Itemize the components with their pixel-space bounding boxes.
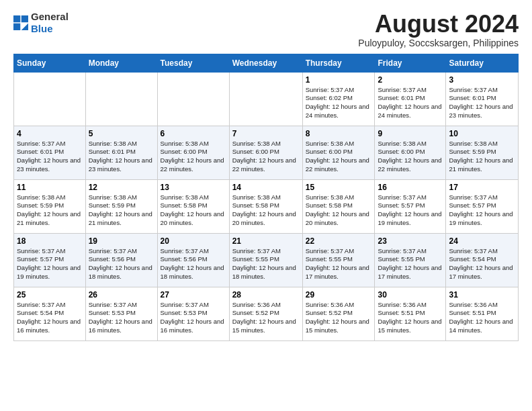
day-number: 12 [89, 183, 154, 192]
logo-icon [13, 15, 28, 30]
col-monday: Monday [85, 54, 157, 72]
day-cell: 25Sunrise: 5:37 AM Sunset: 5:54 PM Dayli… [14, 287, 86, 340]
day-info: Sunrise: 5:37 AM Sunset: 5:54 PM Dayligh… [449, 247, 515, 281]
svg-rect-2 [13, 24, 20, 30]
day-number: 31 [449, 290, 515, 300]
day-cell: 23Sunrise: 5:37 AM Sunset: 5:55 PM Dayli… [375, 233, 446, 287]
day-info: Sunrise: 5:38 AM Sunset: 5:58 PM Dayligh… [161, 193, 226, 228]
day-cell [85, 72, 157, 126]
day-cell: 31Sunrise: 5:36 AM Sunset: 5:51 PM Dayli… [446, 287, 519, 340]
day-info: Sunrise: 5:38 AM Sunset: 6:00 PM Dayligh… [232, 140, 300, 174]
day-number: 22 [306, 236, 372, 246]
day-cell: 19Sunrise: 5:37 AM Sunset: 5:56 PM Dayli… [85, 233, 157, 287]
day-number: 26 [89, 290, 154, 300]
day-info: Sunrise: 5:37 AM Sunset: 6:01 PM Dayligh… [17, 140, 83, 174]
day-number: 2 [378, 75, 443, 85]
day-info: Sunrise: 5:38 AM Sunset: 5:59 PM Dayligh… [89, 193, 154, 228]
day-cell [157, 72, 229, 126]
day-number: 27 [161, 290, 226, 300]
week-row-1: 1Sunrise: 5:37 AM Sunset: 6:02 PM Daylig… [14, 72, 519, 126]
day-number: 11 [17, 183, 83, 192]
day-cell: 5Sunrise: 5:38 AM Sunset: 6:01 PM Daylig… [85, 126, 157, 179]
day-number: 21 [232, 236, 300, 246]
day-cell: 13Sunrise: 5:38 AM Sunset: 5:58 PM Dayli… [157, 179, 229, 233]
day-number: 14 [232, 183, 300, 192]
day-info: Sunrise: 5:38 AM Sunset: 6:00 PM Dayligh… [306, 140, 372, 174]
day-cell: 8Sunrise: 5:38 AM Sunset: 6:00 PM Daylig… [302, 126, 375, 179]
header-row: Sunday Monday Tuesday Wednesday Thursday… [14, 54, 519, 72]
day-number: 16 [378, 183, 443, 192]
day-number: 30 [378, 290, 443, 300]
day-number: 6 [161, 129, 226, 138]
day-cell: 28Sunrise: 5:36 AM Sunset: 5:52 PM Dayli… [229, 287, 302, 340]
day-cell: 29Sunrise: 5:36 AM Sunset: 5:52 PM Dayli… [302, 287, 375, 340]
day-number: 25 [17, 290, 83, 300]
day-cell: 24Sunrise: 5:37 AM Sunset: 5:54 PM Dayli… [446, 233, 519, 287]
day-cell: 10Sunrise: 5:38 AM Sunset: 5:59 PM Dayli… [446, 126, 519, 179]
col-sunday: Sunday [14, 54, 86, 72]
day-info: Sunrise: 5:38 AM Sunset: 6:00 PM Dayligh… [161, 140, 226, 174]
day-info: Sunrise: 5:37 AM Sunset: 5:57 PM Dayligh… [378, 193, 443, 228]
day-number: 7 [232, 129, 300, 138]
day-info: Sunrise: 5:37 AM Sunset: 5:53 PM Dayligh… [89, 301, 154, 335]
day-info: Sunrise: 5:37 AM Sunset: 5:55 PM Dayligh… [306, 247, 372, 281]
col-tuesday: Tuesday [157, 54, 229, 72]
week-row-5: 25Sunrise: 5:37 AM Sunset: 5:54 PM Dayli… [14, 287, 519, 340]
day-cell: 12Sunrise: 5:38 AM Sunset: 5:59 PM Dayli… [85, 179, 157, 233]
day-number: 10 [449, 129, 515, 138]
calendar-body: 1Sunrise: 5:37 AM Sunset: 6:02 PM Daylig… [14, 72, 519, 340]
day-cell: 7Sunrise: 5:38 AM Sunset: 6:00 PM Daylig… [229, 126, 302, 179]
day-cell: 20Sunrise: 5:37 AM Sunset: 5:56 PM Dayli… [157, 233, 229, 287]
day-cell: 26Sunrise: 5:37 AM Sunset: 5:53 PM Dayli… [85, 287, 157, 340]
day-cell: 30Sunrise: 5:36 AM Sunset: 5:51 PM Dayli… [375, 287, 446, 340]
day-number: 9 [378, 129, 443, 138]
week-row-2: 4Sunrise: 5:37 AM Sunset: 6:01 PM Daylig… [14, 126, 519, 179]
week-row-3: 11Sunrise: 5:38 AM Sunset: 5:59 PM Dayli… [14, 179, 519, 233]
day-number: 4 [17, 129, 83, 138]
day-info: Sunrise: 5:38 AM Sunset: 6:01 PM Dayligh… [89, 140, 154, 174]
day-number: 19 [89, 236, 154, 246]
day-cell: 14Sunrise: 5:38 AM Sunset: 5:58 PM Dayli… [229, 179, 302, 233]
logo-text: General Blue [31, 11, 69, 35]
day-number: 1 [306, 75, 372, 85]
col-wednesday: Wednesday [229, 54, 302, 72]
day-cell: 15Sunrise: 5:38 AM Sunset: 5:58 PM Dayli… [302, 179, 375, 233]
day-cell: 6Sunrise: 5:38 AM Sunset: 6:00 PM Daylig… [157, 126, 229, 179]
day-cell: 22Sunrise: 5:37 AM Sunset: 5:55 PM Dayli… [302, 233, 375, 287]
day-cell [14, 72, 86, 126]
day-number: 23 [378, 236, 443, 246]
day-info: Sunrise: 5:38 AM Sunset: 6:00 PM Dayligh… [378, 140, 443, 174]
day-cell: 1Sunrise: 5:37 AM Sunset: 6:02 PM Daylig… [302, 72, 375, 126]
day-cell: 17Sunrise: 5:37 AM Sunset: 5:57 PM Dayli… [446, 179, 519, 233]
day-number: 18 [17, 236, 83, 246]
calendar-table: Sunday Monday Tuesday Wednesday Thursday… [13, 54, 519, 341]
day-info: Sunrise: 5:37 AM Sunset: 5:56 PM Dayligh… [89, 247, 154, 281]
day-info: Sunrise: 5:37 AM Sunset: 5:56 PM Dayligh… [161, 247, 226, 281]
day-number: 20 [161, 236, 226, 246]
day-number: 17 [449, 183, 515, 192]
svg-rect-1 [21, 15, 28, 22]
day-number: 5 [89, 129, 154, 138]
day-info: Sunrise: 5:38 AM Sunset: 5:59 PM Dayligh… [449, 140, 515, 174]
day-number: 24 [449, 236, 515, 246]
day-cell: 4Sunrise: 5:37 AM Sunset: 6:01 PM Daylig… [14, 126, 86, 179]
day-info: Sunrise: 5:37 AM Sunset: 6:01 PM Dayligh… [378, 86, 443, 120]
title-area: August 2024 Puloypuloy, Soccsksargen, Ph… [358, 11, 519, 48]
day-cell: 9Sunrise: 5:38 AM Sunset: 6:00 PM Daylig… [375, 126, 446, 179]
day-info: Sunrise: 5:38 AM Sunset: 5:59 PM Dayligh… [17, 193, 83, 228]
day-cell [229, 72, 302, 126]
day-info: Sunrise: 5:36 AM Sunset: 5:52 PM Dayligh… [306, 301, 372, 335]
day-info: Sunrise: 5:37 AM Sunset: 6:01 PM Dayligh… [449, 86, 515, 120]
col-saturday: Saturday [446, 54, 519, 72]
col-friday: Friday [375, 54, 446, 72]
day-info: Sunrise: 5:37 AM Sunset: 5:55 PM Dayligh… [378, 247, 443, 281]
day-info: Sunrise: 5:37 AM Sunset: 5:57 PM Dayligh… [449, 193, 515, 228]
calendar-title: August 2024 [358, 11, 519, 38]
day-cell: 3Sunrise: 5:37 AM Sunset: 6:01 PM Daylig… [446, 72, 519, 126]
calendar-subtitle: Puloypuloy, Soccsksargen, Philippines [358, 38, 519, 48]
day-number: 8 [306, 129, 372, 138]
day-cell: 2Sunrise: 5:37 AM Sunset: 6:01 PM Daylig… [375, 72, 446, 126]
logo: General Blue [13, 11, 69, 35]
day-info: Sunrise: 5:36 AM Sunset: 5:52 PM Dayligh… [232, 301, 300, 335]
day-number: 3 [449, 75, 515, 85]
